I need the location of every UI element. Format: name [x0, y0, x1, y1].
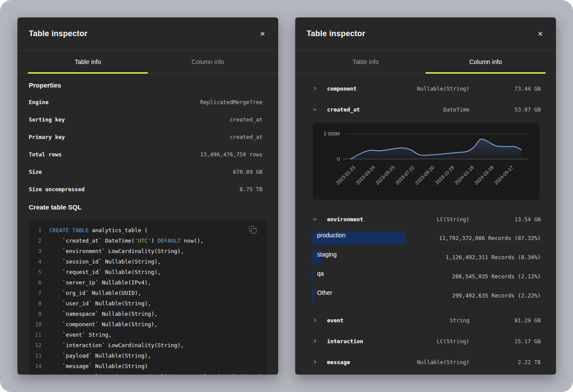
property-label: Primary key — [29, 134, 65, 140]
column-name: created_at — [327, 106, 398, 113]
property-value: 670.89 GB — [233, 169, 263, 175]
svg-text:2023-09-20: 2023-09-20 — [414, 165, 435, 186]
chevron-right-icon[interactable] — [313, 339, 327, 343]
property-value: ReplicatedMergeTree — [200, 99, 263, 105]
code-text: `request_id` Nullable(String), — [49, 269, 161, 275]
property-value: created_at — [230, 116, 263, 123]
column-size: 73.44 GB — [470, 85, 541, 92]
close-button[interactable]: ✕ — [536, 30, 545, 38]
section-title-create-sql: Create table SQL — [29, 203, 267, 211]
tab-column-info[interactable]: Column info — [426, 51, 546, 73]
code-line: 1CREATE TABLE analytics_table ( — [29, 225, 267, 235]
column-row[interactable]: interactionLC(String)15.17 GB — [295, 331, 556, 351]
code-text: `interaction` LowCardinality(String), — [49, 342, 184, 348]
sql-code-block: 1CREATE TABLE analytics_table (2 `create… — [29, 220, 267, 375]
svg-text:2023-07-22: 2023-07-22 — [394, 165, 415, 186]
column-row[interactable]: created_atDateTime53.97 GB — [295, 99, 556, 120]
chevron-right-icon[interactable] — [313, 360, 327, 364]
column-name: interaction — [327, 338, 398, 345]
svg-text:0: 0 — [337, 156, 340, 162]
column-name: environment — [327, 216, 398, 223]
value-bar-area: staging — [312, 250, 446, 264]
column-list: componentNullable(String)73.44 GBcreated… — [295, 74, 556, 372]
column-size: 2.22 TB — [470, 359, 541, 365]
property-value: 13,496,476,750 rows — [200, 151, 263, 158]
value-bar-area: qa — [312, 270, 452, 283]
value-bar-row: production11,792,372,086 Records (87.32%… — [312, 231, 541, 244]
line-number: 14 — [29, 363, 41, 369]
property-row: Size670.89 GB — [29, 163, 263, 180]
line-number: 15 — [29, 373, 41, 375]
property-row: Size uncompressed8.75 TB — [29, 180, 263, 198]
line-number: 10 — [29, 321, 41, 328]
column-row[interactable]: messageNullable(String)2.22 TB — [295, 351, 556, 372]
column-type: LC(String) — [398, 338, 469, 345]
created-at-histogram-panel: 2 000M 0 2023-01-232023-03-242023-05-232… — [313, 122, 539, 200]
code-line: 13 `payload` Nullable(String), — [29, 350, 267, 361]
code-line: 8 `user_id` Nullable(String), — [29, 298, 267, 308]
close-button[interactable]: ✕ — [258, 30, 267, 38]
line-number: 6 — [29, 279, 41, 286]
column-size: 53.97 GB — [470, 106, 541, 113]
column-row[interactable]: componentNullable(String)73.44 GB — [295, 78, 556, 99]
line-number: 4 — [29, 258, 41, 265]
code-line: 9 `namespace` Nullable(String), — [29, 308, 267, 319]
property-row: Sorting keycreated_at — [29, 111, 263, 128]
line-number: 11 — [29, 331, 41, 338]
property-row: EngineReplicatedMergeTree — [29, 93, 263, 111]
chevron-down-icon[interactable] — [313, 107, 327, 112]
code-line: 14 `message` Nullable(String) — [29, 361, 267, 371]
chevron-down-icon[interactable] — [313, 217, 327, 221]
chevron-right-icon[interactable] — [313, 318, 327, 322]
value-bar — [312, 289, 314, 302]
tabbar: Table info Column info — [17, 51, 278, 74]
column-type: LC(String) — [398, 216, 469, 223]
table-inspector-modal-column-info: Table inspector ✕ Table info Column info… — [295, 17, 556, 375]
code-text: `event` String, — [49, 331, 112, 338]
property-label: Sorting key — [29, 116, 65, 123]
column-row[interactable]: environmentLC(String)13.54 GB — [295, 209, 556, 230]
code-text: `user_id` Nullable(String), — [49, 300, 151, 307]
code-text: `server_ip` Nullable(IPv4), — [49, 279, 151, 286]
modal-title: Table inspector — [29, 29, 88, 38]
column-name: event — [327, 317, 398, 324]
column-size: 13.54 GB — [470, 216, 541, 223]
value-bar-label: production — [317, 232, 345, 239]
column-size: 81.29 GB — [470, 317, 541, 324]
code-text: `namespace` Nullable(String), — [49, 311, 157, 317]
copy-button[interactable] — [249, 226, 256, 233]
code-text: `org_id` Nullable(UUID), — [49, 290, 141, 296]
table-info-body: Properties EngineReplicatedMergeTreeSort… — [17, 81, 278, 375]
code-text: `environment` LowCardinality(String), — [49, 248, 184, 254]
code-line: 2 `created_at` DateTime('UTC') DEFAULT n… — [29, 235, 267, 246]
code-line: 4 `session_id` Nullable(String), — [29, 256, 267, 267]
chevron-right-icon[interactable] — [313, 86, 327, 91]
tabbar: Table info Column info — [295, 51, 556, 74]
code-text: `payload` Nullable(String), — [49, 352, 151, 359]
code-line: 6 `server_ip` Nullable(IPv4), — [29, 277, 267, 287]
code-line: 5 `request_id` Nullable(String), — [29, 267, 267, 277]
value-records: 1,126,492,311 Records (8.34%) — [446, 254, 541, 260]
code-text: CREATE TABLE analytics_table ( — [49, 227, 148, 233]
svg-text:2024-01-18: 2024-01-18 — [454, 165, 474, 186]
column-name: component — [327, 85, 398, 92]
tab-column-info[interactable]: Column info — [148, 51, 268, 73]
svg-text:2023-03-24: 2023-03-24 — [355, 165, 375, 186]
tab-table-info[interactable]: Table info — [28, 51, 148, 73]
column-row[interactable]: eventString81.29 GB — [295, 310, 556, 331]
line-number: 3 — [29, 248, 41, 254]
code-line: 12 `interaction` LowCardinality(String), — [29, 340, 267, 350]
value-bar-label: staging — [317, 251, 337, 258]
value-bar-label: qa — [317, 270, 324, 277]
property-label: Size uncompressed — [29, 186, 85, 193]
column-type: DateTime — [398, 106, 469, 113]
value-records: 299,492,635 Records (2.22%) — [452, 292, 541, 299]
property-row: Total rows13,496,476,750 rows — [29, 145, 263, 163]
tab-table-info[interactable]: Table info — [306, 51, 426, 73]
sql-code-lines: 1CREATE TABLE analytics_table (2 `create… — [29, 225, 267, 375]
code-line: 7 `org_id` Nullable(UUID), — [29, 287, 267, 298]
svg-text:2023-01-23: 2023-01-23 — [335, 165, 356, 186]
column-type: Nullable(String) — [398, 85, 469, 92]
page-background: Table inspector ✕ Table info Column info… — [0, 0, 573, 392]
property-label: Engine — [29, 99, 48, 105]
